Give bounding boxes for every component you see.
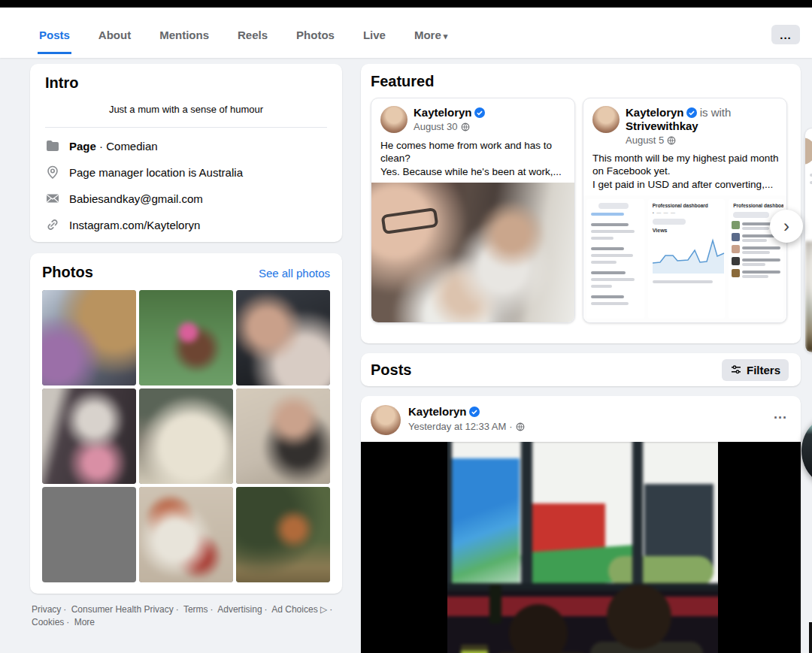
globe-icon bbox=[461, 122, 470, 132]
intro-location-row: Page manager location is Australia bbox=[45, 165, 327, 180]
range-chip bbox=[733, 212, 769, 218]
email-text[interactable]: Babiesandkay@gmail.com bbox=[69, 192, 203, 205]
footer-link-ad-choices[interactable]: Ad Choices bbox=[271, 604, 317, 615]
playground-slide bbox=[447, 458, 520, 594]
tab-more[interactable]: More▾ bbox=[413, 21, 449, 54]
views-label: Views bbox=[653, 228, 720, 233]
location-pin-icon bbox=[45, 165, 60, 180]
see-all-photos-link[interactable]: See all photos bbox=[259, 267, 330, 280]
featured-post-text: He comes home from work and has to clean… bbox=[380, 139, 567, 165]
tab-photos[interactable]: Photos bbox=[295, 21, 336, 54]
top-black-bar bbox=[0, 0, 812, 8]
globe-icon bbox=[667, 136, 676, 145]
globe-icon bbox=[516, 422, 525, 431]
photo-thumbnail[interactable] bbox=[236, 487, 330, 582]
intro-category-row: Page · Comedian bbox=[45, 138, 327, 153]
tabs: Posts About Mentions Reels Photos Live M… bbox=[38, 21, 449, 54]
featured-author[interactable]: Kayteloryn bbox=[414, 106, 472, 119]
red-bench bbox=[447, 597, 718, 616]
featured-post-card[interactable]: Kayteloryn is withStrivewithkay August 5… bbox=[583, 98, 787, 323]
footer-links: Privacy· Consumer Health Privacy· Terms·… bbox=[32, 603, 347, 630]
featured-post-date: August 30 bbox=[414, 121, 458, 132]
footer-link-advertising[interactable]: Advertising bbox=[217, 604, 262, 615]
dashboard-screenshot: Professional dashboard • — — — Views Pro… bbox=[583, 195, 786, 322]
verified-badge-icon bbox=[474, 107, 485, 118]
post-author[interactable]: Kayteloryn bbox=[408, 405, 467, 418]
footer-link-cookies[interactable]: Cookies bbox=[32, 617, 64, 627]
separator: · bbox=[66, 617, 69, 627]
featured-post-card[interactable]: Kayteloryn August 30 He comes home from … bbox=[371, 98, 575, 323]
intro-card: Intro Just a mum with a sense of humour … bbox=[30, 64, 342, 242]
tab-mentions[interactable]: Mentions bbox=[158, 21, 211, 54]
sliders-icon bbox=[730, 364, 742, 376]
featured-section: Featured Kayteloryn August 30 He comes h… bbox=[361, 64, 801, 343]
photo-thumbnail[interactable] bbox=[42, 487, 136, 582]
chevron-right-icon: › bbox=[783, 216, 789, 237]
profile-tab-bar: Posts About Mentions Reels Photos Live M… bbox=[0, 8, 812, 58]
footer-link-privacy[interactable]: Privacy bbox=[32, 604, 61, 615]
chevron-down-icon: ▾ bbox=[444, 32, 448, 41]
separator: · bbox=[176, 604, 179, 615]
photo-thumbnail[interactable] bbox=[139, 388, 233, 484]
website-link[interactable]: Instagram.com/Kayteloryn bbox=[69, 219, 200, 231]
edge-sliver bbox=[809, 622, 812, 653]
featured-post-text: I get paid in USD and after converting,.… bbox=[592, 178, 779, 191]
email-icon bbox=[45, 191, 60, 206]
video-frame bbox=[447, 442, 718, 653]
photo-grid bbox=[42, 290, 330, 582]
ellipsis-icon: ... bbox=[774, 407, 787, 422]
photo-thumbnail[interactable] bbox=[42, 290, 136, 385]
avatar bbox=[804, 138, 812, 165]
featured-post-image[interactable] bbox=[371, 183, 574, 322]
avatar[interactable] bbox=[371, 405, 401, 435]
video-player[interactable] bbox=[361, 442, 801, 653]
photo-thumbnail[interactable] bbox=[139, 487, 233, 582]
photo-thumbnail[interactable] bbox=[139, 290, 233, 385]
family-photo bbox=[371, 183, 574, 322]
dashboard-title: Professional dashboard bbox=[653, 203, 720, 208]
tagged-page[interactable]: Strivewithkay bbox=[626, 119, 698, 132]
carousel-next-button[interactable]: › bbox=[770, 210, 803, 243]
green-cup bbox=[461, 645, 488, 653]
tab-reels[interactable]: Reels bbox=[236, 21, 269, 54]
featured-post-image[interactable]: Professional dashboard • — — — Views Pro… bbox=[583, 195, 786, 322]
photos-card: Photos See all photos bbox=[30, 253, 342, 594]
bushes bbox=[608, 556, 714, 586]
profile-options-button[interactable]: ... bbox=[771, 25, 800, 44]
footer-link-more[interactable]: More bbox=[74, 617, 95, 627]
featured-post-card-partial[interactable] bbox=[804, 128, 812, 353]
post-timestamp: Yesterday at 12:33 AM bbox=[408, 421, 506, 432]
footer-link-consumer-health-privacy[interactable]: Consumer Health Privacy bbox=[71, 604, 174, 615]
photos-title: Photos bbox=[42, 264, 93, 281]
featured-post-date: August 5 bbox=[626, 135, 664, 146]
posts-header-card: Posts Filters bbox=[361, 353, 801, 386]
filters-button[interactable]: Filters bbox=[722, 359, 789, 381]
category-label: Page bbox=[69, 140, 96, 153]
intro-title: Intro bbox=[45, 74, 327, 92]
verified-badge-icon bbox=[469, 407, 480, 417]
folder-icon bbox=[45, 138, 60, 153]
photo-thumbnail[interactable] bbox=[236, 290, 330, 385]
partial-post-image bbox=[805, 241, 812, 352]
tab-live[interactable]: Live bbox=[362, 21, 387, 54]
tab-about[interactable]: About bbox=[97, 21, 132, 54]
separator: · bbox=[265, 604, 268, 615]
tab-posts[interactable]: Posts bbox=[38, 21, 71, 54]
post-options-button[interactable]: ... bbox=[774, 407, 787, 422]
photo-thumbnail[interactable] bbox=[42, 388, 136, 484]
intro-website-row: Instagram.com/Kayteloryn bbox=[45, 217, 327, 232]
avatar[interactable] bbox=[380, 106, 408, 133]
footer-link-terms[interactable]: Terms bbox=[183, 604, 208, 615]
page-bio: Just a mum with a sense of humour bbox=[45, 104, 327, 115]
featured-author[interactable]: Kayteloryn bbox=[626, 106, 684, 119]
photo-thumbnail[interactable] bbox=[236, 388, 330, 484]
featured-post-text: This month will be my highest paid month… bbox=[592, 152, 779, 178]
avatar[interactable] bbox=[592, 106, 620, 133]
separator: · bbox=[211, 604, 214, 615]
verified-badge-icon bbox=[686, 107, 697, 118]
filters-label: Filters bbox=[747, 364, 780, 376]
dashboard-title-2: Professional dashboard bbox=[733, 203, 779, 208]
floating-video-bubble[interactable] bbox=[801, 413, 812, 488]
link-icon bbox=[45, 217, 60, 232]
featured-post-text: Yes. Because while he's been at work,... bbox=[380, 165, 567, 178]
